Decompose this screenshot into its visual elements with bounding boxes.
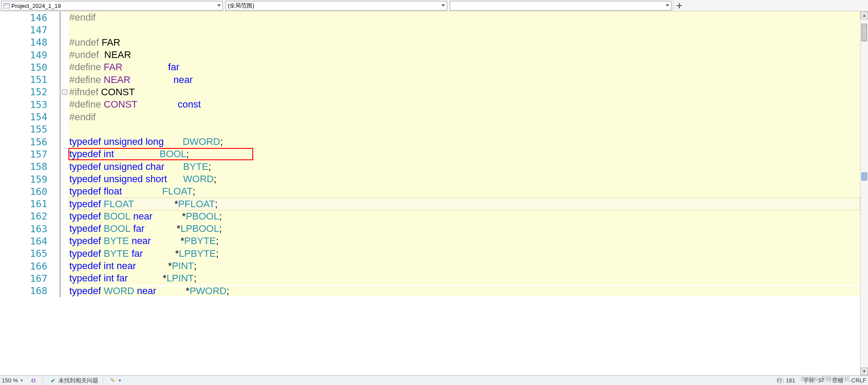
code-line[interactable]: 161typedef FLOAT *PFLOAT; [0,198,860,210]
code-line[interactable]: 168typedef WORD near *PWORD; [0,285,860,297]
fold-gutter[interactable] [61,161,68,173]
project-dropdown[interactable]: Project_2024_1_19 [1,1,223,11]
code-line[interactable]: 151#define NEAR near [0,73,860,86]
line-number[interactable]: 159 [0,173,61,185]
code-content[interactable]: #define FAR far [68,61,860,73]
fold-gutter[interactable] [61,285,68,297]
code-line[interactable]: 155 [0,123,860,136]
line-number[interactable]: 154 [0,111,61,123]
code-content[interactable]: typedef unsigned long DWORD; [68,136,860,148]
code-content[interactable]: typedef WORD near *PWORD; [68,286,860,296]
cursor-char[interactable]: 字符: 37 [803,377,824,385]
fold-gutter[interactable] [61,272,68,284]
fold-gutter[interactable]: - [61,86,68,98]
code-line[interactable]: 150#define FAR far [0,61,860,73]
line-number[interactable]: 151 [0,73,61,86]
line-number[interactable]: 157 [0,148,61,160]
line-number[interactable]: 164 [0,235,61,247]
fold-gutter[interactable] [61,123,68,136]
fold-gutter[interactable] [61,136,68,148]
code-line[interactable]: 167typedef int far *LPINT; [0,272,860,284]
fold-gutter[interactable] [61,260,68,272]
code-content[interactable]: typedef FLOAT *PFLOAT; [68,198,860,210]
code-content[interactable]: typedef unsigned short WORD; [68,173,860,185]
fold-gutter[interactable] [61,223,68,235]
line-number[interactable]: 158 [0,161,61,173]
fold-gutter[interactable] [61,73,68,86]
fold-gutter[interactable] [61,24,68,36]
scroll-down-button[interactable]: ▼ [861,367,868,375]
line-number[interactable]: 163 [0,223,61,235]
zoom-level[interactable]: 150 % [2,377,18,384]
member-dropdown[interactable] [450,1,671,11]
line-number[interactable]: 153 [0,98,61,111]
code-line[interactable]: 165typedef BYTE far *LPBYTE; [0,248,860,260]
code-line[interactable]: 152-#ifndef CONST [0,86,860,98]
fold-gutter[interactable] [61,198,68,210]
code-content[interactable]: #endif [68,111,860,123]
code-line[interactable]: 162typedef BOOL near *PBOOL; [0,210,860,223]
code-content[interactable]: typedef BOOL near *PBOOL; [68,210,860,223]
cursor-line[interactable]: 行: 161 [777,377,795,385]
line-number[interactable]: 155 [0,123,61,136]
fold-gutter[interactable] [61,173,68,185]
fold-gutter[interactable] [61,61,68,73]
code-content[interactable] [68,123,860,136]
code-line[interactable]: 146#endif [0,11,860,24]
scroll-thumb[interactable] [861,24,867,41]
code-content[interactable]: #ifndef CONST [68,86,860,98]
line-ending[interactable]: CRLF [851,377,866,384]
code-content[interactable]: #endif [68,11,860,24]
scroll-track[interactable] [861,19,868,367]
code-content[interactable]: #undef NEAR [68,49,860,61]
fold-gutter[interactable] [61,248,68,260]
line-number[interactable]: 148 [0,36,61,49]
code-content[interactable]: #define CONST const [68,98,860,111]
wand-icon[interactable]: ✎ [109,377,116,384]
code-line[interactable]: 149#undef NEAR [0,49,860,61]
code-line[interactable]: 148#undef FAR [0,36,860,49]
code-line[interactable]: 147 [0,24,860,36]
issues-text[interactable]: 未找到相关问题 [58,377,98,385]
code-line[interactable]: 153#define CONST const [0,98,860,111]
fold-gutter[interactable] [61,11,68,24]
line-number[interactable]: 156 [0,136,61,148]
code-content[interactable]: typedef int BOOL; [68,148,860,160]
line-number[interactable]: 161 [0,198,61,210]
fold-gutter[interactable] [61,98,68,111]
fold-gutter[interactable] [61,36,68,49]
code-line[interactable]: 164typedef BYTE near *PBYTE; [0,235,860,247]
code-editor[interactable]: 146#endif147148#undef FAR149#undef NEAR1… [0,11,868,375]
line-number[interactable]: 150 [0,61,61,73]
code-line[interactable]: 160typedef float FLOAT; [0,185,860,198]
fold-gutter[interactable] [61,148,68,160]
code-content[interactable]: #undef FAR [68,36,860,49]
code-content[interactable]: typedef float FLOAT; [68,185,860,198]
code-content[interactable]: typedef BYTE near *PBYTE; [68,235,860,247]
code-content[interactable]: typedef unsigned char BYTE; [68,161,860,173]
line-number[interactable]: 162 [0,210,61,223]
code-line[interactable]: 158typedef unsigned char BYTE; [0,161,860,173]
code-content[interactable]: #define NEAR near [68,73,860,86]
fold-gutter[interactable] [61,235,68,247]
line-number[interactable]: 146 [0,11,61,24]
code-line[interactable]: 159typedef unsigned short WORD; [0,173,860,185]
chevron-down-icon[interactable]: ▼ [118,378,122,383]
line-number[interactable]: 149 [0,49,61,61]
scroll-up-button[interactable]: ▲ [861,11,868,19]
fold-gutter[interactable] [61,185,68,198]
code-content[interactable] [68,24,860,36]
fold-gutter[interactable] [61,49,68,61]
code-line[interactable]: 157typedef int BOOL; [0,148,860,160]
split-window-button[interactable] [673,0,685,11]
code-content[interactable]: typedef BOOL far *LPBOOL; [68,223,860,235]
code-content[interactable]: typedef int near *PINT; [68,260,860,272]
code-line[interactable]: 163typedef BOOL far *LPBOOL; [0,223,860,235]
line-number[interactable]: 165 [0,248,61,260]
fold-gutter[interactable] [61,210,68,223]
fold-gutter[interactable] [61,111,68,123]
line-number[interactable]: 160 [0,185,61,198]
code-content[interactable]: typedef int far *LPINT; [68,272,860,284]
code-line[interactable]: 156typedef unsigned long DWORD; [0,136,860,148]
code-content[interactable]: typedef BYTE far *LPBYTE; [68,248,860,260]
